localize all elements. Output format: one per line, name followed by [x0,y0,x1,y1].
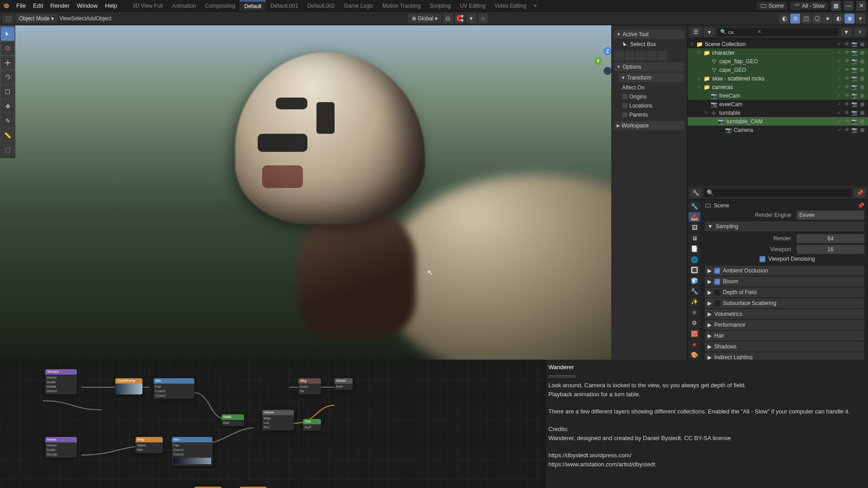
visibility-toggle[interactable]: 👁 [844,58,850,64]
menu-window[interactable]: Window [73,1,101,10]
locations-check[interactable]: Locations [614,101,684,110]
workspace-tab[interactable]: Animation [167,1,200,11]
visibility-toggle[interactable]: ▦ [859,58,865,64]
visibility-toggle[interactable]: ✓ [836,93,842,99]
visibility-toggle[interactable]: ▦ [859,50,865,56]
shader-node-editor[interactable]: TextureVectorScaleDetailDistort NoiseVec… [0,360,545,488]
workspace-tab[interactable]: 3D View Full [128,1,167,11]
search-clear-icon[interactable]: ✕ [757,29,761,35]
outliner-tree[interactable]: ▽📁Scene Collection✓👁📷▦▽📁character✓👁📷▦▽ca… [688,39,868,186]
shading-rendered[interactable]: ◉ [844,14,854,23]
menu-render[interactable]: Render [47,1,73,10]
properties-tab-14[interactable]: 🎨 [689,350,700,360]
scene-selector[interactable]: Scene [757,2,788,10]
menu-file[interactable]: File [13,1,29,10]
visibility-toggle[interactable]: 👁 [844,67,850,73]
outliner-row[interactable]: ▽📁cameras✓👁📷▦ [688,83,868,91]
visibility-toggle[interactable]: 📷 [851,93,858,99]
properties-tab-0[interactable]: 🔧 [689,202,700,211]
properties-pin[interactable]: 📌 [854,188,865,197]
proportional-edit[interactable]: ○ [478,14,488,23]
properties-tab-3[interactable]: 🖥 [689,233,700,243]
outliner-display-mode[interactable]: ▾ [704,28,715,37]
snap-options[interactable]: ▾ [467,14,476,23]
section-checkbox[interactable] [714,290,720,296]
tool-scale[interactable] [1,85,14,99]
section-performance[interactable]: ▶Performance [705,320,864,330]
options-header[interactable]: ▼Options [614,62,684,71]
visibility-toggle[interactable]: ✓ [836,84,842,90]
tool-add[interactable]: ⬚ [1,143,14,156]
tool-move[interactable] [1,56,14,70]
properties-content[interactable]: Scene 📌 Render Engine Eevee ▼Sampling Re… [701,200,868,360]
section-checkbox[interactable]: ✓ [714,268,720,274]
outliner-filter[interactable]: ▼ [841,28,852,37]
properties-tab-12[interactable]: 🧱 [689,329,700,338]
section-bloom[interactable]: ▶✓Bloom [705,277,864,286]
tool-preset-2[interactable] [625,51,635,61]
workspace-tab[interactable]: Video Editing [490,1,531,11]
visibility-toggle[interactable]: ▦ [859,118,865,124]
visibility-toggle[interactable]: ▦ [859,67,865,73]
tool-transform[interactable]: ✥ [1,99,14,113]
visibility-toggle[interactable]: ✓ [836,110,842,116]
add-workspace-button[interactable]: + [531,2,540,9]
window-minimize[interactable]: — [844,1,854,11]
visibility-toggle[interactable]: 📷 [851,101,858,107]
visibility-toggle[interactable]: ▦ [859,84,865,90]
properties-tab-1[interactable]: 📤 [689,212,700,221]
outliner-row[interactable]: ▽⊹turntable✓👁📷▦ [688,108,868,117]
properties-tab-13[interactable]: 🔺 [689,339,700,349]
viewport-samples-input[interactable]: 16 [797,245,864,254]
tool-cursor[interactable] [1,42,14,55]
visibility-toggle[interactable]: 👁 [844,110,850,116]
properties-tab-9[interactable]: ✨ [689,297,700,306]
xray-toggle[interactable]: ◫ [801,14,811,23]
editor-type-selector[interactable]: ⬚ [3,14,14,23]
window-close[interactable]: ✕ [856,1,866,11]
visibility-toggle[interactable]: 📷 [851,67,858,73]
visibility-toggle[interactable]: 👁 [844,75,850,81]
tool-preset-3[interactable] [636,51,646,61]
outliner-row[interactable]: 📷freeCam✓👁📷▦ [688,91,868,100]
outliner-row[interactable]: ▽📁Scene Collection✓👁📷▦ [688,40,868,48]
orientation-selector[interactable]: ⊕ Global ▾ [408,14,441,23]
tool-preset-5[interactable] [657,51,667,61]
workspace-tab[interactable]: Game Logic [340,1,378,11]
sampling-header[interactable]: ▼Sampling [705,221,864,231]
visibility-toggle[interactable]: 👁 [844,93,850,99]
visibility-toggle[interactable]: ▦ [859,75,865,81]
menu-help[interactable]: Help [101,1,121,10]
viewport-denoising-check[interactable]: ✓ [760,256,765,262]
active-tool-header[interactable]: ▼Active Tool [614,30,684,39]
section-checkbox[interactable] [714,300,720,306]
pin-icon[interactable]: 📌 [858,202,864,209]
workspace-header[interactable]: ▶Workspace [614,121,684,130]
visibility-toggle[interactable]: ▦ [859,110,865,116]
origins-check[interactable]: Origins [614,92,684,101]
workspace-tab[interactable]: Scripting [425,1,455,11]
tool-preset-1[interactable] [614,51,624,61]
workspace-tab[interactable]: Default [240,0,266,11]
visibility-toggle[interactable]: ▦ [859,101,865,107]
shading-solid[interactable]: ● [823,14,833,23]
section-volumetrics[interactable]: ▶Volumetrics [705,309,864,319]
viewport-menu-select[interactable]: Select [71,15,86,22]
properties-tab-5[interactable]: 🌐 [689,254,700,264]
outliner-row[interactable]: 📷turntable_CAM✓👁📷▦ [688,117,868,126]
visibility-toggle[interactable]: ▦ [859,41,865,47]
visibility-toggle[interactable]: ✓ [836,127,842,133]
section-subsurface-scattering[interactable]: ▶Subsurface Scattering [705,298,864,308]
tool-measure[interactable]: 📏 [1,128,14,142]
viewport-menu-add[interactable]: Add [86,15,96,22]
outliner-editor-type[interactable]: ☰ [690,28,701,37]
viewport-menu-view[interactable]: View [59,15,71,22]
shading-options[interactable]: ▾ [855,14,865,23]
tool-annotate[interactable]: ✎ [1,114,14,127]
visibility-toggle[interactable]: ✓ [836,75,842,81]
tool-select-box[interactable] [1,27,14,41]
outliner-row[interactable]: ▽📁character✓👁📷▦ [688,48,868,57]
menu-edit[interactable]: Edit [29,1,47,10]
viewport-menu-object[interactable]: Object [96,15,112,22]
properties-tab-6[interactable]: 🔳 [689,265,700,275]
